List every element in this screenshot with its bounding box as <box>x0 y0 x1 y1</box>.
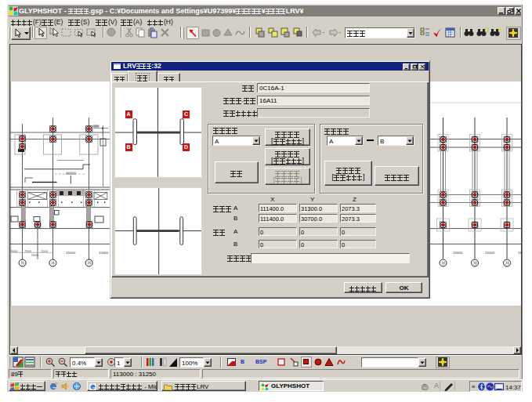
svg-text:15000: 15000 <box>485 251 495 255</box>
svg-text:3000: 3000 <box>11 249 19 253</box>
svg-text:7500: 7500 <box>24 249 32 253</box>
svg-text:15: 15 <box>518 251 521 255</box>
svg-text:15000: 15000 <box>453 251 463 255</box>
svg-text:15000: 15000 <box>99 251 109 255</box>
svg-text:15000: 15000 <box>66 251 76 255</box>
svg-text:9000: 9000 <box>31 253 39 257</box>
svg-text:1500: 1500 <box>41 249 49 253</box>
